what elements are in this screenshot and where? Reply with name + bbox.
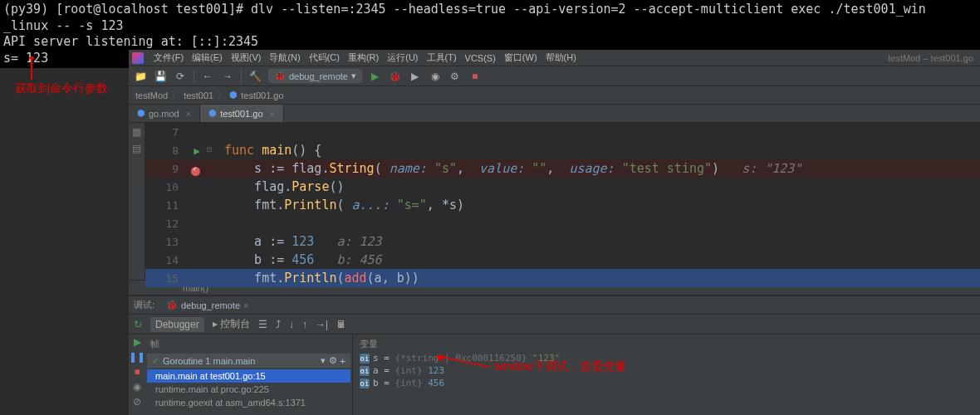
code-line[interactable]: 12 — [145, 214, 980, 232]
threads-icon[interactable]: ☰ — [258, 319, 267, 330]
code-line[interactable]: 15 fmt.Println(add(a, b)) — [145, 269, 980, 287]
debug-side-toolbar: ▶ ❚❚ ■ ◉ ⊘ — [129, 334, 145, 415]
evaluate-icon[interactable]: 🖩 — [336, 319, 346, 330]
pause-icon[interactable]: ❚❚ — [129, 351, 145, 363]
chevron-down-icon: ▾ — [321, 355, 326, 366]
close-icon[interactable]: × — [243, 300, 248, 310]
coverage-icon[interactable]: ▶ — [409, 70, 422, 83]
menu-tools[interactable]: 工具(T) — [424, 51, 460, 64]
annotation-text: window下调试，查看变量 — [494, 359, 626, 374]
filter-icon[interactable]: ⚙ — [329, 355, 337, 366]
menu-navigate[interactable]: 导航(N) — [266, 51, 303, 64]
step-over-icon[interactable]: ⤴ — [276, 319, 281, 330]
menu-help[interactable]: 帮助(H) — [542, 51, 580, 64]
variable-row[interactable]: oib = {int} 456 — [360, 377, 973, 389]
back-icon[interactable]: ← — [201, 70, 214, 83]
go-file-icon: ⬢ — [208, 108, 217, 119]
tool-window-bar: ▦ ▤ — [129, 123, 145, 280]
code-line[interactable]: 11 fmt.Println( a...: "s=", *s) — [145, 196, 980, 214]
stack-frame[interactable]: main.main at test001.go:15 — [147, 369, 350, 383]
add-icon[interactable]: + — [341, 356, 345, 366]
menu-run[interactable]: 运行(U) — [384, 51, 421, 64]
attach-icon[interactable]: ⚙ — [448, 70, 462, 83]
mute-breakpoints-icon[interactable]: ⊘ — [133, 396, 141, 408]
code-line[interactable]: 9 s := flag.String( name: "s", value: ""… — [145, 159, 980, 178]
svg-marker-1 — [436, 355, 444, 362]
run-gutter-icon[interactable]: ▶ — [194, 144, 200, 157]
code-line[interactable]: 8▶⊟func main() { — [145, 141, 980, 159]
menu-file[interactable]: 文件(F) — [150, 51, 187, 64]
fold-icon[interactable]: ⊟ — [207, 144, 212, 154]
menu-window[interactable]: 窗口(W) — [501, 51, 541, 64]
step-into-icon[interactable]: ↓ — [289, 319, 294, 330]
chevron-down-icon: ▾ — [351, 71, 356, 81]
forward-icon[interactable]: → — [221, 70, 234, 83]
window-path: testMod – test001.go — [884, 53, 977, 63]
structure-tool-icon[interactable]: ▤ — [132, 143, 141, 154]
code-line[interactable]: 13 a := 123 a: 123 — [145, 232, 980, 251]
menu-bar: 文件(F) 编辑(E) 视图(V) 导航(N) 代码(C) 重构(R) 运行(U… — [129, 50, 980, 66]
debug-label: 调试: — [134, 299, 154, 311]
go-file-icon: ⬢ — [229, 90, 238, 100]
menu-edit[interactable]: 编辑(E) — [189, 51, 226, 64]
app-logo-icon — [132, 52, 144, 64]
go-file-icon: ⬢ — [137, 108, 145, 119]
stack-frame[interactable]: runtime.main at proc.go:225 — [147, 383, 350, 396]
menu-refactor[interactable]: 重构(R) — [345, 51, 382, 64]
code-line[interactable]: 14 b := 456 b: 456 — [145, 251, 980, 269]
annotation-arrow — [31, 56, 32, 80]
console-icon: ▸ — [213, 318, 218, 330]
save-icon[interactable]: 💾 — [154, 70, 167, 83]
breakpoint-icon[interactable] — [191, 167, 200, 176]
close-icon[interactable]: × — [186, 109, 191, 119]
view-breakpoints-icon[interactable]: ◉ — [133, 381, 141, 393]
tab-gomod[interactable]: ⬢ go.mod × — [129, 105, 200, 122]
svg-line-0 — [440, 357, 490, 367]
menu-view[interactable]: 视图(V) — [228, 51, 265, 64]
debug-icon[interactable]: 🐞 — [389, 70, 402, 83]
stop-icon[interactable]: ■ — [468, 70, 482, 83]
open-icon[interactable]: 📁 — [134, 70, 147, 83]
run-to-cursor-icon[interactable]: →| — [316, 319, 328, 330]
editor-tabs: ⬢ go.mod × ⬢ test001.go × — [129, 105, 980, 123]
profile-icon[interactable]: ◉ — [429, 70, 442, 83]
bug-icon: 🐞 — [166, 300, 178, 310]
main-toolbar: 📁 💾 ⟳ ← → 🔨 🐞 debug_remote ▾ ▶ 🐞 ▶ ◉ ⚙ ■ — [129, 66, 980, 86]
breadcrumb-item[interactable]: test001.go — [241, 90, 283, 100]
breadcrumb-item[interactable]: testMod — [135, 90, 168, 100]
ide-window: 文件(F) 编辑(E) 视图(V) 导航(N) 代码(C) 重构(R) 运行(U… — [129, 50, 980, 415]
goroutine-selector[interactable]: ✓ Goroutine 1 main.main ▾ ⚙ + — [147, 354, 350, 368]
run-config-selector[interactable]: 🐞 debug_remote ▾ — [268, 69, 362, 83]
resume-icon[interactable]: ▶ — [134, 336, 141, 348]
bug-icon: 🐞 — [274, 71, 286, 81]
stack-frame[interactable]: runtime.goexit at asm_amd64.s:1371 — [147, 396, 350, 409]
run-icon[interactable]: ▶ — [369, 70, 382, 83]
variables-pane: 变量 ois = {*string | 0xc000116250} "123"o… — [353, 334, 980, 415]
breadcrumb-bar: testMod 〉 test001 〉 ⬢ test001.go — [129, 86, 980, 105]
annotation-text: 获取到命令行参数 — [15, 81, 108, 96]
code-line[interactable]: 7 — [145, 123, 980, 141]
console-tab[interactable]: ▸ 控制台 — [213, 317, 250, 331]
breadcrumb-item[interactable]: test001 — [184, 90, 213, 100]
rerun-icon[interactable]: ↻ — [134, 319, 142, 330]
menu-code[interactable]: 代码(C) — [306, 51, 343, 64]
check-icon: ✓ — [152, 355, 159, 366]
refresh-icon[interactable]: ⟳ — [174, 70, 187, 83]
project-tool-icon[interactable]: ▦ — [132, 126, 141, 138]
debug-session-tab[interactable]: 🐞 debug_remote × — [161, 298, 253, 312]
close-icon[interactable]: × — [270, 109, 275, 119]
debug-panel: 调试: 🐞 debug_remote × ↻ Debugger ▸ 控制台 ☰ … — [129, 295, 980, 415]
stop-icon[interactable]: ■ — [134, 366, 140, 378]
build-icon[interactable]: 🔨 — [248, 70, 262, 83]
tab-test001[interactable]: ⬢ test001.go × — [200, 105, 284, 122]
frames-pane: 帧 ✓ Goroutine 1 main.main ▾ ⚙ + main.mai… — [145, 334, 353, 415]
code-editor[interactable]: 78▶⊟func main() {9 s := flag.String( nam… — [145, 123, 980, 280]
step-out-icon[interactable]: ↑ — [302, 319, 307, 330]
debugger-tab[interactable]: Debugger — [150, 317, 204, 332]
menu-vcs[interactable]: VCS(S) — [462, 53, 499, 63]
annotation-arrow — [436, 355, 490, 370]
code-line[interactable]: 10 flag.Parse() — [145, 178, 980, 196]
